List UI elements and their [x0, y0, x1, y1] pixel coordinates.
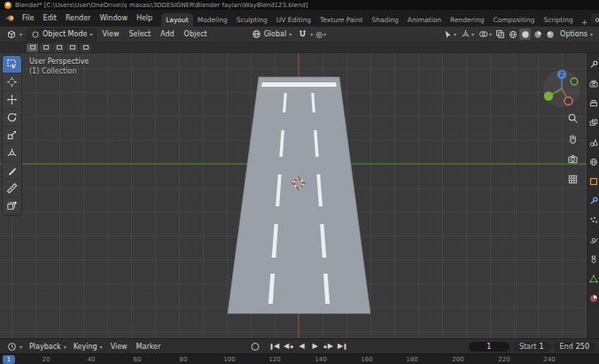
workspace-tab-shading[interactable]: Shading	[367, 13, 402, 27]
properties-tab-scene[interactable]	[588, 137, 599, 148]
properties-tab-physics[interactable]	[588, 235, 599, 245]
properties-tab-output[interactable]	[588, 98, 599, 109]
top-menubar: File Edit Render Window Help Layout Mode…	[0, 10, 599, 27]
workspace-tab-texture-paint[interactable]: Texture Paint	[315, 13, 367, 27]
menu-help[interactable]: Help	[132, 12, 157, 24]
select-mode-subtract-button[interactable]	[53, 43, 65, 52]
properties-tab-world[interactable]	[588, 157, 599, 167]
viewport-header: ▾ Object Mode ▾ View Select Add Object G…	[0, 27, 599, 43]
gizmo-y-negative-ball[interactable]	[571, 78, 578, 85]
menu-render[interactable]: Render	[61, 12, 95, 24]
keying-menu[interactable]: Keying ▾	[70, 342, 106, 352]
workspace-tab-animation[interactable]: Animation	[403, 13, 446, 27]
frame-start-field[interactable]: Start 1	[513, 342, 550, 352]
shading-material-button[interactable]	[532, 28, 543, 40]
tool-annotate[interactable]	[3, 162, 21, 180]
navigation-gizmo[interactable]: Z	[543, 70, 580, 107]
play-button[interactable]: ▶	[309, 341, 322, 352]
workspace-tab-compositing[interactable]: Compositing	[488, 13, 539, 27]
jump-to-end-button[interactable]: ▶	[336, 341, 348, 352]
camera-view-button[interactable]	[566, 152, 580, 166]
road-plane-object[interactable]	[228, 77, 370, 314]
auto-keying-toggle[interactable]	[252, 343, 260, 351]
properties-tab-particles[interactable]	[588, 215, 599, 226]
properties-tab-object-data[interactable]	[588, 274, 599, 284]
select-mode-new-button[interactable]	[27, 43, 38, 52]
workspace-tab-layout[interactable]: Layout	[161, 13, 193, 27]
menu-add[interactable]: Add	[156, 28, 179, 40]
playback-menu[interactable]: Playback ▾	[26, 342, 70, 352]
properties-tab-material[interactable]	[588, 293, 599, 304]
properties-tab-view-layer[interactable]	[588, 118, 599, 128]
options-dropdown[interactable]: Options ▾	[556, 29, 596, 39]
select-mode-invert-button[interactable]	[66, 43, 78, 52]
xray-toggle[interactable]	[494, 28, 506, 40]
road-stop-line	[261, 82, 337, 87]
output-printer-icon	[589, 99, 598, 108]
proportional-editing-toggle[interactable]: ◎ ▾	[314, 29, 328, 40]
gizmo-x-ball[interactable]	[564, 97, 572, 105]
select-mode-intersect-button[interactable]	[80, 43, 91, 52]
snapping-toggle[interactable]	[296, 28, 309, 40]
next-keyframe-button[interactable]: ◆ ▶	[323, 341, 335, 352]
play-reverse-button[interactable]: ◀	[296, 341, 308, 352]
previous-keyframe-button[interactable]: ◀ ◆	[283, 341, 295, 352]
properties-tab-tool[interactable]	[588, 59, 599, 70]
zoom-button[interactable]	[566, 112, 580, 125]
tool-rotate[interactable]	[3, 109, 21, 127]
properties-tab-object[interactable]	[588, 176, 599, 187]
perspective-toggle-button[interactable]	[566, 173, 580, 186]
gizmo-y-ball[interactable]	[544, 91, 553, 100]
selectability-visibility-dropdown[interactable]: ▾	[441, 28, 458, 40]
viewport-scene[interactable]: Z	[0, 53, 587, 338]
snapping-dropdown[interactable]: ▾	[310, 31, 313, 37]
tool-select-box[interactable]	[3, 56, 21, 74]
workspace-tab-sculpting[interactable]: Sculpting	[232, 13, 272, 27]
move-tool-icon	[6, 94, 18, 105]
jump-to-start-button[interactable]: ◀	[269, 341, 282, 352]
frame-end-field[interactable]: End 250	[554, 342, 595, 352]
workspace-tab-scripting[interactable]: Scripting	[539, 13, 577, 27]
properties-tab-modifiers[interactable]	[588, 196, 599, 206]
menu-window[interactable]: Window	[95, 12, 132, 24]
pan-button[interactable]	[566, 132, 580, 145]
proportional-icon: ◎	[315, 30, 323, 39]
overlays-dropdown[interactable]: ▾	[477, 28, 494, 40]
workspace-tab-uv-editing[interactable]: UV Editing	[272, 13, 315, 27]
shading-wireframe-button[interactable]	[507, 28, 518, 40]
blender-menu-button[interactable]	[3, 13, 18, 23]
scene-selector[interactable]: Scene ×	[591, 13, 599, 24]
timeline-editor-type-dropdown[interactable]: ▾	[4, 341, 26, 352]
current-frame-field[interactable]: 1	[469, 342, 510, 352]
viewport-3d[interactable]: Z User Perspective (1) Collection	[0, 53, 587, 338]
tool-cursor[interactable]	[3, 74, 21, 91]
transform-orientation-dropdown[interactable]: Global ▾	[248, 28, 296, 40]
menu-select[interactable]: Select	[124, 28, 155, 40]
properties-tab-render[interactable]	[588, 79, 599, 89]
titlebar: Blender* [C:\Users\User\OneDrive\İş masa…	[0, 0, 599, 10]
menu-view[interactable]: View	[97, 28, 123, 40]
menu-object[interactable]: Object	[180, 28, 212, 40]
timeline-view-menu[interactable]: View	[106, 341, 132, 352]
playhead-marker[interactable]: 1	[3, 355, 15, 364]
shading-solid-button[interactable]	[519, 28, 531, 40]
tool-add-cube[interactable]	[3, 197, 21, 215]
select-mode-extend-button[interactable]	[40, 43, 51, 52]
chevron-down-icon: ▾	[19, 344, 22, 350]
menu-edit[interactable]: Edit	[38, 12, 61, 24]
workspace-tab-rendering[interactable]: Rendering	[446, 13, 488, 27]
menu-file[interactable]: File	[18, 12, 38, 24]
timeline-marker-menu[interactable]: Marker	[132, 341, 166, 352]
add-workspace-button[interactable]: +	[578, 18, 592, 27]
tool-transform[interactable]	[3, 144, 21, 162]
tool-move[interactable]	[3, 91, 21, 109]
timeline-ruler[interactable]: 20 40 60 80 100 120 140 160 180 200 220 …	[0, 353, 599, 364]
mode-dropdown[interactable]: Object Mode ▾	[27, 28, 97, 41]
editor-type-dropdown[interactable]: ▾	[3, 28, 26, 41]
gizmos-dropdown[interactable]: ▾	[459, 28, 476, 40]
tool-scale[interactable]	[3, 127, 21, 144]
shading-rendered-button[interactable]	[544, 28, 556, 40]
tool-measure[interactable]	[3, 180, 21, 197]
workspace-tab-modeling[interactable]: Modeling	[193, 13, 232, 27]
properties-tab-constraints[interactable]	[588, 254, 599, 265]
